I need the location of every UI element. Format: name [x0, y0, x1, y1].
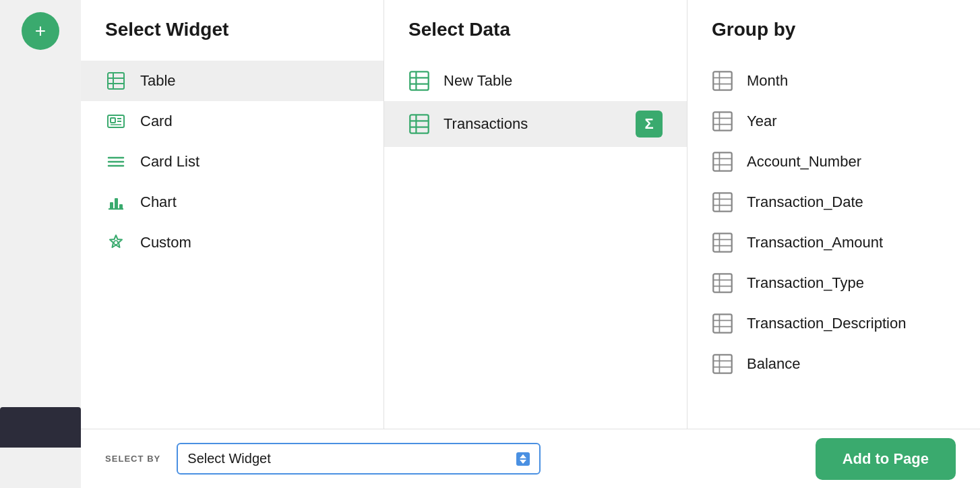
transactions-label: Transactions — [443, 115, 622, 133]
sidebar-dark-block — [0, 407, 81, 448]
svg-rect-37 — [713, 193, 731, 211]
columns-area: Select Widget Table — [81, 0, 980, 429]
groupby-year-icon — [712, 111, 733, 132]
main-content: Select Widget Table — [81, 0, 980, 488]
groupby-month-icon — [712, 70, 733, 92]
groupby-item-account-number[interactable]: Account_Number — [687, 142, 980, 182]
svg-rect-5 — [111, 118, 115, 123]
bottom-bar: SELECT BY Select Widget Add to Page — [81, 429, 980, 488]
svg-rect-13 — [110, 202, 113, 209]
new-table-icon — [408, 70, 430, 92]
groupby-item-transaction-amount[interactable]: Transaction_Amount — [687, 222, 980, 263]
widget-item-custom-label: Custom — [140, 234, 191, 251]
select-by-dropdown[interactable]: Select Widget — [177, 443, 541, 475]
widget-item-card-label: Card — [140, 113, 173, 130]
svg-rect-33 — [713, 152, 731, 171]
groupby-transaction-date-label: Transaction_Date — [747, 193, 863, 211]
sidebar-add-button[interactable]: + — [22, 12, 59, 50]
data-item-transactions[interactable]: Transactions Σ — [384, 101, 687, 147]
widget-item-card[interactable]: Card — [81, 101, 384, 142]
widget-item-chart[interactable]: Chart — [81, 182, 384, 222]
select-data-header: Select Data — [384, 0, 687, 57]
widget-list: Table Card — [81, 57, 384, 429]
groupby-item-transaction-date[interactable]: Transaction_Date — [687, 182, 980, 222]
select-widget-column: Select Widget Table — [81, 0, 384, 429]
select-by-dropdown-text: Select Widget — [187, 451, 270, 466]
groupby-transaction-type-label: Transaction_Type — [747, 274, 864, 292]
widget-item-card-list[interactable]: Card List — [81, 142, 384, 182]
svg-rect-49 — [713, 314, 731, 332]
groupby-transaction-amount-label: Transaction_Amount — [747, 234, 883, 251]
svg-rect-25 — [713, 71, 731, 90]
svg-rect-53 — [713, 355, 731, 373]
svg-rect-21 — [410, 115, 428, 133]
groupby-balance-label: Balance — [747, 355, 801, 373]
add-to-page-button[interactable]: Add to Page — [816, 438, 956, 480]
arrow-up-icon — [520, 454, 526, 458]
svg-point-16 — [114, 241, 118, 245]
widget-item-table-label: Table — [140, 72, 176, 90]
widget-item-table[interactable]: Table — [81, 61, 384, 101]
groupby-item-balance[interactable]: Balance — [687, 344, 980, 384]
groupby-item-month[interactable]: Month — [687, 61, 980, 101]
data-item-new-table[interactable]: New Table — [384, 61, 687, 101]
table-icon — [105, 70, 127, 92]
groupby-item-transaction-type[interactable]: Transaction_Type — [687, 263, 980, 303]
dropdown-arrows-icon — [516, 452, 530, 466]
groupby-transaction-amount-icon — [712, 232, 733, 253]
widget-item-custom[interactable]: Custom — [81, 222, 384, 263]
widget-item-card-list-label: Card List — [140, 153, 200, 171]
svg-rect-45 — [713, 274, 731, 292]
groupby-item-year[interactable]: Year — [687, 101, 980, 142]
arrow-down-icon — [520, 460, 526, 464]
svg-rect-15 — [119, 204, 123, 209]
new-table-label: New Table — [443, 72, 663, 90]
svg-rect-0 — [108, 73, 124, 89]
sidebar-strip: + — [0, 0, 81, 488]
select-widget-header: Select Widget — [81, 0, 384, 57]
transactions-icon — [408, 113, 430, 135]
groupby-account-number-label: Account_Number — [747, 153, 861, 171]
chart-icon — [105, 191, 127, 213]
groupby-month-label: Month — [747, 72, 788, 90]
plus-icon: + — [35, 22, 46, 40]
widget-item-chart-label: Chart — [140, 193, 177, 211]
svg-rect-41 — [713, 233, 731, 251]
groupby-transaction-date-icon — [712, 191, 733, 213]
groupby-transaction-description-icon — [712, 313, 733, 334]
groupby-list: Month Year — [687, 57, 980, 429]
groupby-transaction-description-label: Transaction_Description — [747, 315, 906, 332]
svg-rect-14 — [115, 198, 118, 209]
custom-icon — [105, 232, 127, 253]
select-by-label: SELECT BY — [105, 454, 160, 464]
group-by-column: Group by Month — [687, 0, 980, 429]
group-by-header: Group by — [687, 0, 980, 57]
groupby-account-number-icon — [712, 151, 733, 173]
groupby-transaction-type-icon — [712, 272, 733, 294]
groupby-balance-icon — [712, 353, 733, 375]
groupby-year-label: Year — [747, 113, 776, 130]
svg-rect-29 — [713, 112, 731, 130]
select-data-column: Select Data New Table — [384, 0, 687, 429]
sigma-badge: Σ — [636, 111, 663, 138]
card-list-icon — [105, 151, 127, 173]
groupby-item-transaction-description[interactable]: Transaction_Description — [687, 303, 980, 344]
svg-rect-17 — [410, 71, 428, 90]
data-list: New Table Transactions Σ — [384, 57, 687, 429]
card-icon — [105, 111, 127, 132]
